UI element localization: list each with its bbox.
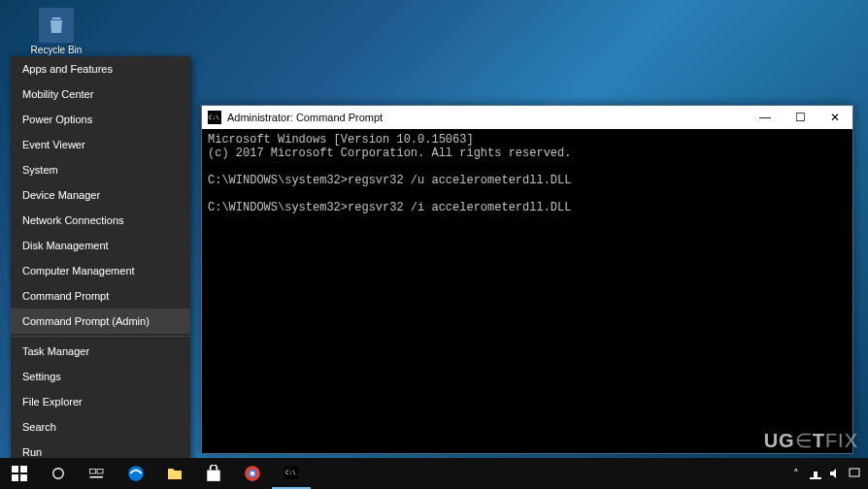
svg-point-12 bbox=[250, 472, 255, 476]
taskbar: ˄ bbox=[0, 458, 868, 489]
menu-file-explorer[interactable]: File Explorer bbox=[11, 389, 190, 414]
store-icon bbox=[205, 465, 222, 482]
menu-device-manager[interactable]: Device Manager bbox=[11, 182, 190, 208]
recycle-bin-icon[interactable]: Recycle Bin bbox=[27, 8, 85, 55]
svg-rect-6 bbox=[97, 470, 103, 474]
svg-rect-7 bbox=[90, 476, 104, 478]
wifi-icon bbox=[810, 468, 821, 479]
bin-icon bbox=[39, 8, 74, 43]
svg-rect-5 bbox=[90, 470, 96, 474]
menu-power-options[interactable]: Power Options bbox=[11, 107, 190, 132]
svg-rect-0 bbox=[12, 466, 18, 473]
taskbar-app-edge[interactable] bbox=[117, 458, 155, 489]
minimize-button[interactable]: — bbox=[748, 106, 783, 129]
taskbar-app-chrome[interactable] bbox=[233, 458, 272, 489]
menu-mobility-center[interactable]: Mobility Center bbox=[11, 82, 190, 107]
svg-rect-2 bbox=[12, 474, 18, 481]
taskbar-app-explorer[interactable] bbox=[155, 458, 194, 489]
circle-icon bbox=[51, 467, 65, 480]
windows-icon bbox=[12, 466, 27, 481]
window-titlebar[interactable]: Administrator: Command Prompt — ☐ ✕ bbox=[202, 106, 852, 129]
menu-computer-management[interactable]: Computer Management bbox=[11, 258, 190, 283]
start-button[interactable] bbox=[0, 458, 39, 489]
taskbar-app-store[interactable] bbox=[194, 458, 233, 489]
tray-network-icon[interactable] bbox=[806, 458, 825, 489]
terminal-output[interactable]: Microsoft Windows [Version 10.0.15063] (… bbox=[202, 129, 852, 453]
menu-event-viewer[interactable]: Event Viewer bbox=[11, 132, 190, 157]
svg-rect-3 bbox=[20, 474, 27, 481]
menu-apps-features[interactable]: Apps and Features bbox=[11, 56, 190, 82]
task-view-button[interactable] bbox=[78, 458, 117, 489]
tray-notifications-icon[interactable] bbox=[845, 458, 864, 489]
menu-separator bbox=[11, 336, 190, 337]
taskbar-app-cmd[interactable] bbox=[272, 458, 311, 489]
menu-disk-management[interactable]: Disk Management bbox=[11, 233, 190, 258]
maximize-button[interactable]: ☐ bbox=[783, 106, 818, 129]
svg-rect-13 bbox=[810, 477, 821, 479]
cortana-button[interactable] bbox=[39, 458, 78, 489]
menu-task-manager[interactable]: Task Manager bbox=[11, 339, 190, 364]
window-title: Administrator: Command Prompt bbox=[227, 112, 383, 123]
menu-system[interactable]: System bbox=[11, 157, 190, 182]
tray-volume-icon[interactable] bbox=[825, 458, 845, 489]
folder-icon bbox=[166, 466, 184, 481]
cmd-icon bbox=[284, 466, 298, 479]
menu-command-prompt-admin[interactable]: Command Prompt (Admin) bbox=[11, 309, 190, 334]
svg-rect-9 bbox=[207, 471, 220, 481]
menu-search[interactable]: Search bbox=[11, 414, 190, 440]
command-prompt-window: Administrator: Command Prompt — ☐ ✕ Micr… bbox=[201, 105, 853, 454]
icon-label: Recycle Bin bbox=[31, 45, 83, 55]
svg-rect-14 bbox=[814, 472, 818, 477]
tray-up-icon[interactable]: ˄ bbox=[786, 458, 806, 489]
winx-menu: Apps and Features Mobility Center Power … bbox=[11, 56, 190, 489]
notification-icon bbox=[849, 468, 860, 479]
task-view-icon bbox=[89, 468, 105, 479]
menu-network-connections[interactable]: Network Connections bbox=[11, 208, 190, 233]
menu-command-prompt[interactable]: Command Prompt bbox=[11, 283, 190, 309]
watermark: UG∈TFIX bbox=[764, 429, 858, 452]
chrome-icon bbox=[244, 465, 261, 482]
svg-point-4 bbox=[53, 469, 64, 479]
close-button[interactable]: ✕ bbox=[818, 106, 852, 129]
svg-rect-1 bbox=[20, 466, 27, 473]
edge-icon bbox=[127, 465, 145, 482]
menu-settings[interactable]: Settings bbox=[11, 364, 190, 389]
speaker-icon bbox=[829, 468, 841, 479]
svg-rect-15 bbox=[850, 469, 859, 476]
cmd-icon bbox=[208, 111, 221, 124]
